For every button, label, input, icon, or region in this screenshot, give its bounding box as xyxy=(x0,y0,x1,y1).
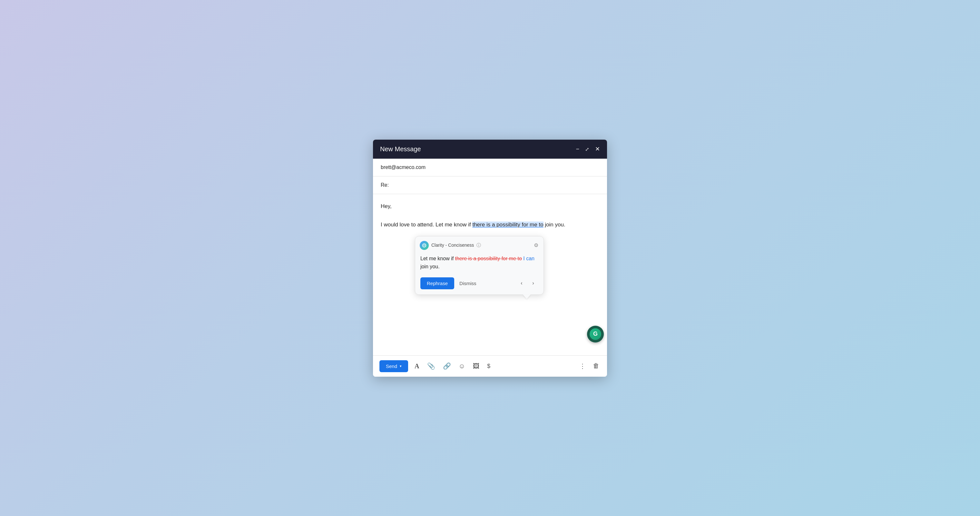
compose-greeting: Hey, xyxy=(381,202,599,211)
header-controls: − ⤢ ✕ xyxy=(576,146,600,152)
popup-tail xyxy=(523,295,531,299)
popup-header: Clarity - Conciseness ⓘ ⚙ xyxy=(415,236,544,253)
modal-header: New Message − ⤢ ✕ xyxy=(373,140,607,159)
grammarly-fab-button[interactable]: G xyxy=(587,326,604,342)
highlighted-phrase: there is a possibility for me to xyxy=(472,221,543,228)
maximize-button[interactable]: ⤢ xyxy=(585,147,589,151)
modal-title: New Message xyxy=(380,145,421,153)
link-icon[interactable]: 🔗 xyxy=(442,361,452,371)
popup-actions: Rephrase Dismiss ‹ › xyxy=(415,276,544,295)
prev-arrow-button[interactable]: ‹ xyxy=(516,278,527,288)
popup-after: join you. xyxy=(420,264,440,269)
compose-modal: New Message − ⤢ ✕ brett@acmeco.com Re: H… xyxy=(373,140,607,377)
close-button[interactable]: ✕ xyxy=(595,146,600,152)
grammarly-logo-icon xyxy=(420,241,429,250)
subject-field[interactable]: Re: xyxy=(373,177,607,194)
modal-footer: Send ▾ A 📎 🔗 ☺ 🖼 $ ⋮ 🗑 xyxy=(373,355,607,377)
popup-content: Let me know if there is a possibility fo… xyxy=(415,253,544,276)
popup-before: Let me know if xyxy=(420,256,455,261)
popup-category: Clarity - Conciseness xyxy=(431,242,474,249)
strikethrough-text: there is a possibility for me to xyxy=(455,256,522,261)
more-options-icon[interactable]: ⋮ xyxy=(578,361,587,371)
minimize-button[interactable]: − xyxy=(576,146,579,152)
info-icon[interactable]: ⓘ xyxy=(476,242,481,249)
delete-icon[interactable]: 🗑 xyxy=(592,361,601,371)
to-field[interactable]: brett@acmeco.com xyxy=(373,159,607,177)
body-before: I would love to attend. Let me know if xyxy=(381,221,472,228)
body-after: join you. xyxy=(544,221,565,228)
next-arrow-button[interactable]: › xyxy=(528,278,538,288)
dollar-icon[interactable]: $ xyxy=(486,362,492,371)
grammarly-fab-icon: G xyxy=(590,328,601,340)
compose-body: I would love to attend. Let me know if t… xyxy=(381,220,599,229)
footer-right: ⋮ 🗑 xyxy=(578,361,601,371)
gear-icon[interactable]: ⚙ xyxy=(534,241,538,250)
rephrase-button[interactable]: Rephrase xyxy=(420,277,454,289)
inserted-text: I can xyxy=(523,256,535,261)
send-chevron-icon: ▾ xyxy=(400,364,402,368)
nav-arrows: ‹ › xyxy=(516,278,538,288)
image-icon[interactable]: 🖼 xyxy=(472,361,480,371)
compose-area[interactable]: Hey, I would love to attend. Let me know… xyxy=(373,194,607,291)
attachment-icon[interactable]: 📎 xyxy=(426,361,436,371)
popup-header-left: Clarity - Conciseness ⓘ xyxy=(420,241,481,250)
emoji-icon[interactable]: ☺ xyxy=(457,361,466,371)
subject-value: Re: xyxy=(381,182,389,188)
dismiss-button[interactable]: Dismiss xyxy=(460,280,476,286)
send-button[interactable]: Send ▾ xyxy=(379,360,408,372)
compose-spacer xyxy=(373,291,607,355)
compose-area-wrapper: Hey, I would love to attend. Let me know… xyxy=(373,194,607,291)
grammarly-popup: Clarity - Conciseness ⓘ ⚙ Let me know if… xyxy=(415,236,544,295)
formatting-icon[interactable]: A xyxy=(413,361,420,371)
to-value: brett@acmeco.com xyxy=(381,164,426,170)
send-label: Send xyxy=(386,363,397,369)
